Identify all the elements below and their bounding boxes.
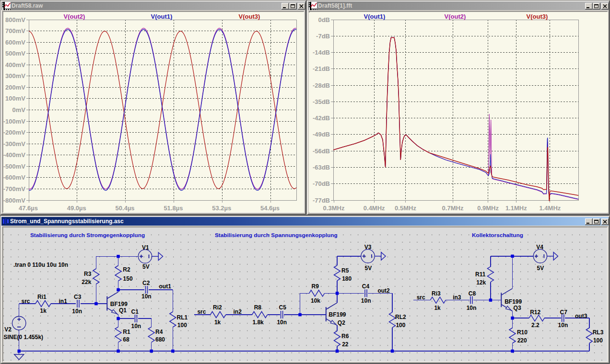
svg-text:C8: C8 [469,290,476,297]
svg-text:500mV: 500mV [5,50,25,57]
svg-text:out2: out2 [377,287,390,294]
svg-text:V(out1): V(out1) [151,13,173,20]
svg-text:-14dB: -14dB [313,49,330,56]
svg-text:C5: C5 [279,304,287,311]
svg-text:RL3: RL3 [593,329,604,336]
svg-text:53.2µs: 53.2µs [212,205,231,212]
svg-text:680: 680 [155,336,165,343]
svg-text:V2: V2 [4,326,12,333]
svg-text:-56dB: -56dB [313,148,330,155]
svg-text:68: 68 [123,336,129,343]
svg-text:-7dB: -7dB [316,33,330,40]
svg-text:R2: R2 [123,266,130,273]
svg-text:0.9MHz: 0.9MHz [477,205,499,212]
svg-text:BF199: BF199 [329,311,346,318]
svg-text:R12: R12 [530,309,540,316]
svg-text:src: src [417,294,425,301]
svg-text:1k: 1k [40,307,47,314]
svg-text:C3: C3 [74,294,82,300]
svg-text:V1: V1 [142,244,149,251]
svg-text:BF199: BF199 [110,301,128,307]
svg-text:1k: 1k [214,319,221,326]
svg-text:Stabilisierung durch Stromgege: Stabilisierung durch Stromgegenkopplung [30,232,145,239]
svg-text:src: src [197,308,206,315]
svg-text:.tran 0 110u 10u 10n: .tran 0 110u 10u 10n [13,262,68,268]
svg-text:Ri2: Ri2 [213,304,222,311]
svg-text:10n: 10n [361,297,371,304]
svg-text:Q3: Q3 [514,305,521,311]
svg-text:Ri1: Ri1 [37,294,47,300]
svg-text:Ri3: Ri3 [432,290,441,297]
svg-text:-49dB: -49dB [313,131,330,138]
svg-text:10n: 10n [141,293,152,300]
svg-text:0.3MHz: 0.3MHz [323,205,345,212]
svg-text:10n: 10n [558,322,568,329]
svg-text:C7: C7 [560,309,568,316]
svg-text:R3: R3 [84,271,92,277]
svg-text:V(out3): V(out3) [239,13,260,20]
svg-text:0.7MHz: 0.7MHz [442,205,464,212]
svg-text:0dB: 0dB [318,16,330,23]
svg-text:-21dB: -21dB [313,65,330,72]
svg-text:RL2: RL2 [395,314,406,320]
svg-text:-28dB: -28dB [313,82,330,89]
svg-text:-600mV: -600mV [3,174,25,181]
svg-text:-200mV: -200mV [3,129,25,136]
svg-text:200mV: 200mV [5,84,25,91]
svg-text:-42dB: -42dB [313,114,330,122]
svg-text:400mV: 400mV [5,61,25,68]
svg-text:-35dB: -35dB [313,98,330,105]
svg-text:-300mV: -300mV [3,140,25,148]
svg-text:10n: 10n [131,323,141,330]
svg-text:800mV: 800mV [5,16,25,23]
svg-text:in1: in1 [59,298,68,305]
svg-text:R1: R1 [123,329,130,335]
svg-text:Kollektorschaltung: Kollektorschaltung [472,232,523,239]
svg-text:-800mV: -800mV [3,197,25,204]
svg-text:V4: V4 [536,244,543,250]
svg-text:0.4MHz: 0.4MHz [364,205,385,212]
svg-text:-100mV: -100mV [3,118,25,125]
svg-text:10n: 10n [72,308,82,315]
svg-text:R5: R5 [341,267,349,274]
svg-text:C4: C4 [362,283,370,290]
svg-text:RL1: RL1 [177,314,188,321]
svg-text:out1: out1 [159,283,172,290]
svg-text:V(out1): V(out1) [364,13,386,20]
svg-text:54.6µs: 54.6µs [260,205,280,212]
svg-text:R10: R10 [517,329,528,336]
svg-text:C1: C1 [131,308,139,315]
svg-text:0mV: 0mV [12,106,26,114]
svg-text:47.6µs: 47.6µs [19,205,38,212]
svg-text:150: 150 [123,275,133,282]
svg-text:22k: 22k [82,279,91,285]
svg-text:1k: 1k [434,305,441,311]
svg-text:V(out3): V(out3) [527,13,548,20]
svg-text:10k: 10k [311,297,320,304]
svg-text:2.2: 2.2 [531,322,540,329]
svg-text:1.4MHz: 1.4MHz [540,205,561,212]
svg-text:700mV: 700mV [5,27,25,34]
svg-text:V(out2): V(out2) [445,13,466,20]
svg-text:100mV: 100mV [5,95,25,102]
svg-text:Q1: Q1 [119,307,127,314]
svg-text:50.4µs: 50.4µs [116,205,135,212]
svg-text:R11: R11 [475,271,486,278]
svg-text:5V: 5V [142,263,150,270]
svg-text:1.1MHz: 1.1MHz [505,205,527,212]
svg-text:Stabilisierung durch Spannungs: Stabilisierung durch Spannungsgenkopplun… [215,232,338,239]
svg-text:100: 100 [396,322,405,329]
svg-text:100: 100 [593,337,603,344]
svg-text:100: 100 [177,322,187,329]
svg-text:300mV: 300mV [5,72,25,80]
svg-text:12k: 12k [476,279,486,286]
svg-text:-700mV: -700mV [3,185,25,193]
svg-text:src: src [22,298,30,305]
svg-text:Q2: Q2 [338,319,345,326]
svg-text:out3: out3 [575,313,587,319]
svg-text:in3: in3 [453,294,461,301]
svg-text:-70dB: -70dB [313,180,330,187]
svg-text:0.5MHz: 0.5MHz [395,205,416,212]
svg-text:600mV: 600mV [5,39,25,46]
svg-text:22: 22 [342,341,349,348]
